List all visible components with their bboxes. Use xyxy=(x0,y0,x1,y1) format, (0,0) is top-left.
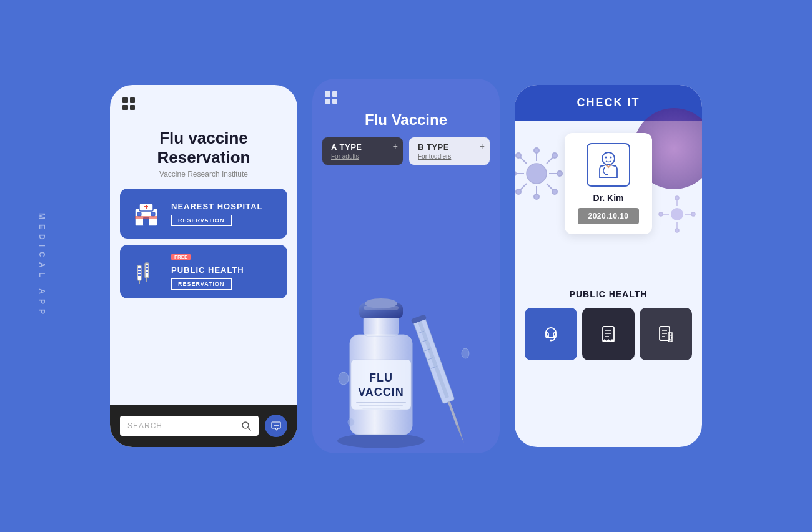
svg-line-19 xyxy=(248,428,250,430)
svg-rect-43 xyxy=(448,401,458,426)
virus-decoration-left xyxy=(515,145,565,202)
receipt-btn[interactable] xyxy=(582,308,635,360)
check-it-label: CHECK IT xyxy=(577,96,640,109)
svg-point-20 xyxy=(274,425,275,426)
svg-rect-4 xyxy=(137,212,141,216)
doctor-name: Dr. Kim xyxy=(593,193,623,203)
svg-point-45 xyxy=(339,372,349,385)
svg-point-76 xyxy=(610,157,612,159)
svg-point-58 xyxy=(516,153,521,158)
doctor-card-area: Dr. Kim 2020.10.10 xyxy=(515,121,702,283)
svg-rect-37 xyxy=(418,321,449,398)
vaccine-bottle-svg: FLU VACCIN xyxy=(319,254,493,453)
svg-rect-16 xyxy=(146,272,148,273)
type-b-btn[interactable]: + B TYPE For toddlers xyxy=(409,137,490,165)
search-bar[interactable]: SEARCH xyxy=(120,416,259,436)
svg-marker-44 xyxy=(456,425,465,443)
type-a-label: A TYPE xyxy=(331,142,394,152)
svg-point-65 xyxy=(671,208,683,220)
type-b-sublabel: For toddlers xyxy=(418,153,481,160)
chat-icon[interactable] xyxy=(265,415,287,437)
doctor-figure xyxy=(592,149,625,181)
app-vertical-label: MEDICAL APP xyxy=(37,213,46,319)
document-btn[interactable] xyxy=(640,308,692,360)
svg-line-61 xyxy=(547,157,553,164)
svg-point-22 xyxy=(277,425,279,426)
phones-container: Flu vaccine Reservation Vaccine Research… xyxy=(110,79,702,453)
phone-1-title: Flu vaccine Reservation xyxy=(122,129,285,167)
support-btn[interactable] xyxy=(525,308,577,360)
doctor-card: Dr. Kim 2020.10.10 xyxy=(565,133,652,234)
svg-rect-7 xyxy=(135,216,157,219)
svg-line-59 xyxy=(547,184,553,190)
search-icon xyxy=(241,421,251,431)
hospital-card-title: NEAREST HOSPITAL xyxy=(171,202,263,211)
phone-2-header xyxy=(312,79,500,109)
phone-1-header xyxy=(110,85,297,116)
svg-point-71 xyxy=(659,212,663,216)
doctor-date: 2020.10.10 xyxy=(578,208,638,224)
svg-point-74 xyxy=(602,152,615,165)
vaccine-icon xyxy=(130,255,162,288)
svg-point-21 xyxy=(275,425,277,426)
svg-rect-11 xyxy=(138,274,141,276)
document-icon xyxy=(656,324,676,344)
type-b-label: B TYPE xyxy=(418,142,481,152)
hospital-card[interactable]: NEAREST HOSPITAL RESERVATION xyxy=(120,189,287,239)
grid-icon xyxy=(122,97,135,110)
svg-point-54 xyxy=(515,171,516,176)
svg-text:VACCIN: VACCIN xyxy=(358,386,404,398)
type-a-btn[interactable]: + A TYPE For adults xyxy=(322,137,403,165)
receipt-icon xyxy=(598,324,618,344)
svg-text:FLU: FLU xyxy=(369,372,393,384)
hospital-reservation-btn[interactable]: RESERVATION xyxy=(171,215,232,226)
type-a-plus: + xyxy=(393,141,398,151)
svg-point-75 xyxy=(605,157,607,159)
headset-icon xyxy=(541,324,561,344)
svg-point-48 xyxy=(527,164,547,184)
svg-rect-5 xyxy=(151,212,155,216)
svg-point-73 xyxy=(691,212,695,216)
svg-point-62 xyxy=(552,153,557,158)
phone-1-subtitle: Vaccine Research Institute xyxy=(110,170,297,189)
public-health-reservation-btn[interactable]: RESERVATION xyxy=(171,278,232,290)
svg-point-23 xyxy=(337,433,425,448)
svg-rect-10 xyxy=(138,271,141,273)
svg-rect-30 xyxy=(362,408,400,409)
action-buttons xyxy=(515,308,702,373)
svg-point-52 xyxy=(534,194,539,199)
public-health-card-title: PUBLIC HEALTH xyxy=(171,265,244,275)
vaccine-image-area: FLU VACCIN xyxy=(312,171,500,453)
svg-point-64 xyxy=(516,189,521,194)
search-placeholder: SEARCH xyxy=(127,421,162,430)
svg-line-57 xyxy=(520,157,527,164)
hospital-card-text: NEAREST HOSPITAL RESERVATION xyxy=(171,202,263,226)
svg-rect-14 xyxy=(146,265,148,267)
phone-1-cards: NEAREST HOSPITAL RESERVATION xyxy=(110,189,297,405)
svg-rect-31 xyxy=(364,316,399,336)
svg-point-67 xyxy=(675,196,679,200)
svg-point-69 xyxy=(675,229,679,232)
svg-point-47 xyxy=(348,418,354,426)
svg-rect-6 xyxy=(143,217,149,226)
svg-line-63 xyxy=(520,184,527,190)
phone-2: Flu Vaccine + A TYPE For adults + B TYPE… xyxy=(312,79,500,453)
type-b-plus: + xyxy=(480,141,485,151)
svg-point-56 xyxy=(557,171,562,176)
phone-1-footer: SEARCH xyxy=(110,405,297,447)
svg-point-60 xyxy=(552,189,557,194)
doctor-avatar xyxy=(587,143,630,187)
svg-point-50 xyxy=(534,148,539,153)
svg-rect-9 xyxy=(138,268,141,270)
svg-rect-29 xyxy=(359,405,403,406)
phone-2-title: Flu Vaccine xyxy=(312,109,500,137)
type-buttons: + A TYPE For adults + B TYPE For toddler… xyxy=(312,137,500,171)
svg-point-46 xyxy=(462,348,469,358)
svg-rect-3 xyxy=(146,205,147,209)
svg-point-80 xyxy=(550,340,552,342)
svg-rect-28 xyxy=(356,402,406,403)
virus-decoration-right xyxy=(658,195,696,233)
public-health-card[interactable]: FREE PUBLIC HEALTH RESERVATION xyxy=(120,245,287,298)
public-health-card-text: FREE PUBLIC HEALTH RESERVATION xyxy=(171,254,244,290)
phone-1-title-area: Flu vaccine Reservation xyxy=(110,116,297,170)
